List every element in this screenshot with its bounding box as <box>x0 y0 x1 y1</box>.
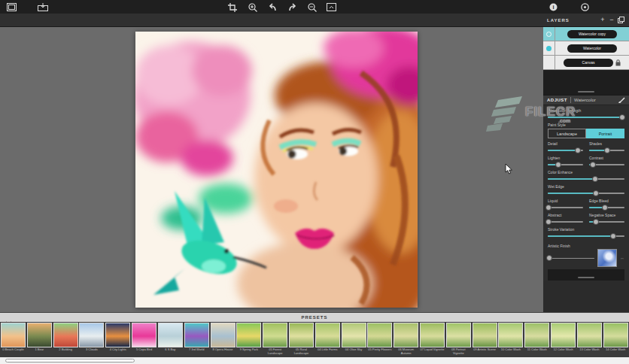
abstract-slider[interactable] <box>548 218 583 225</box>
preset-thumbnail[interactable] <box>1 323 26 347</box>
color-enhance-slider[interactable] <box>548 175 624 182</box>
landscape-button[interactable]: Landscape <box>548 129 586 138</box>
preset-item[interactable]: 05 Rural Landscape <box>289 323 314 357</box>
preset-thumbnail[interactable] <box>315 323 340 347</box>
presets-header-bar[interactable]: PRESETS <box>0 312 629 322</box>
layer-row-watercolor-copy[interactable]: Watercolor copy <box>543 27 629 41</box>
preset-thumbnail[interactable] <box>342 323 366 347</box>
add-layer-icon[interactable]: + <box>598 16 607 25</box>
preset-item[interactable]: 1 Bear <box>27 323 52 357</box>
preset-thumbnail[interactable] <box>158 323 183 347</box>
duplicate-layer-icon[interactable] <box>616 16 625 25</box>
preset-thumbnail[interactable] <box>367 323 392 347</box>
preset-thumbnail[interactable] <box>79 323 104 347</box>
stroke-variation-slider[interactable] <box>548 232 624 239</box>
preset-item[interactable]: 04 Little Farms <box>315 323 340 357</box>
edge-bleed-slider[interactable] <box>589 204 624 211</box>
detail-slider[interactable] <box>548 147 583 153</box>
preset-item[interactable]: 3 Clouds <box>79 323 104 357</box>
info-icon[interactable]: i <box>548 2 558 12</box>
preset-item[interactable]: 05 Forest Landscape <box>263 323 287 357</box>
preset-thumbnail[interactable] <box>498 323 523 347</box>
layer-visibility-toggle[interactable] <box>543 27 555 41</box>
preset-item[interactable]: 13 Color Wash <box>577 323 602 357</box>
preset-thumbnail[interactable] <box>236 323 261 347</box>
layers-title: LAYERS <box>547 18 598 23</box>
preset-item[interactable]: 8 Opera House <box>211 323 235 357</box>
preset-item[interactable]: 0 Beach Couple <box>1 323 26 357</box>
preset-thumbnail[interactable] <box>446 323 471 347</box>
preset-item[interactable]: 5 Copa Bird <box>132 323 156 357</box>
preset-item[interactable]: 6 S Bay <box>158 323 183 357</box>
canvas-workspace[interactable] <box>0 27 543 312</box>
preset-thumbnail[interactable] <box>184 323 209 347</box>
presets-scrollbar[interactable] <box>0 357 629 364</box>
artwork-canvas[interactable] <box>135 32 418 308</box>
presets-scrollbar-thumb[interactable] <box>5 359 135 362</box>
preset-thumbnail[interactable] <box>524 323 549 347</box>
preset-item[interactable]: 2 Building <box>53 323 78 357</box>
preset-thumbnail[interactable] <box>105 323 130 347</box>
preset-thumbnail[interactable] <box>53 323 78 347</box>
preset-item[interactable]: 9 Spring Park <box>236 323 261 357</box>
layer-name-pill[interactable]: Watercolor <box>567 44 617 53</box>
layer-row-canvas[interactable]: Canvas <box>543 56 629 70</box>
preset-item[interactable]: 05 Pretty Flowers <box>367 323 392 357</box>
redo-icon[interactable] <box>287 2 298 12</box>
preset-item[interactable]: 11 Color Wash <box>524 323 549 357</box>
portrait-button[interactable]: Portrait <box>586 129 624 138</box>
artistic-finish-preview[interactable] <box>597 249 617 267</box>
layer-row-watercolor[interactable]: Watercolor <box>543 41 629 56</box>
preset-item[interactable]: 06 Museum Autumn <box>394 323 418 357</box>
layer-name-pill[interactable]: Watercolor copy <box>567 30 617 38</box>
lighten-slider[interactable] <box>548 161 583 168</box>
preset-item[interactable]: 10 Color Wash <box>498 323 523 357</box>
image-icon[interactable] <box>6 2 17 12</box>
panel-scroll-handle[interactable] <box>578 91 594 93</box>
shades-slider[interactable] <box>589 147 624 153</box>
artistic-finish-slider[interactable] <box>548 255 594 262</box>
preset-item[interactable]: 04 Olive Sky <box>342 323 366 357</box>
preset-label: 08 Portrait Vignette <box>446 347 471 355</box>
wet-edge-slider[interactable] <box>548 190 624 196</box>
panel-resize-handle[interactable] <box>578 277 594 278</box>
negative-space-slider[interactable] <box>589 218 624 225</box>
preset-item[interactable]: 7 3rd World <box>184 323 209 357</box>
undo-icon[interactable] <box>267 2 278 12</box>
preset-thumbnail[interactable] <box>551 323 576 347</box>
liquid-slider[interactable] <box>548 204 583 211</box>
fit-screen-icon[interactable] <box>326 2 336 12</box>
preset-thumbnail[interactable] <box>263 323 287 347</box>
contrast-slider[interactable] <box>589 161 624 168</box>
preset-thumbnail[interactable] <box>420 323 445 347</box>
preset-thumbnail[interactable] <box>577 323 602 347</box>
preset-item[interactable]: 14 Color Wash <box>603 323 628 357</box>
remove-layer-icon[interactable]: − <box>607 16 616 25</box>
settings-icon[interactable] <box>579 2 590 12</box>
layer-visibility-toggle[interactable] <box>543 41 555 55</box>
preset-item[interactable]: 12 Color Wash <box>551 323 576 357</box>
preset-thumbnail[interactable] <box>394 323 418 347</box>
crop-icon[interactable] <box>227 2 238 12</box>
watercolor-strength-slider[interactable] <box>548 114 624 120</box>
preset-item[interactable]: 09 Artistic Scene <box>473 323 497 357</box>
preset-thumbnail[interactable] <box>132 323 156 347</box>
preset-item[interactable]: 08 Portrait Vignette <box>446 323 471 357</box>
svg-text:i: i <box>552 4 554 11</box>
zoom-in-icon[interactable] <box>248 2 258 12</box>
preset-thumbnail[interactable] <box>473 323 497 347</box>
preset-thumbnail[interactable] <box>211 323 235 347</box>
import-icon[interactable] <box>38 2 48 12</box>
preset-label: 9 Spring Park <box>236 347 261 352</box>
preset-thumbnail[interactable] <box>289 323 314 347</box>
preset-thumbnail[interactable] <box>27 323 52 347</box>
zoom-out-icon[interactable] <box>307 2 318 12</box>
reset-brush-icon[interactable] <box>618 93 625 107</box>
preset-item[interactable]: 07 Liquid Vignette <box>420 323 445 357</box>
layer-name-pill[interactable]: Canvas <box>564 59 613 67</box>
preset-thumbnail[interactable] <box>603 323 628 347</box>
texture-arrows-icon[interactable]: ↔ <box>620 256 624 260</box>
layer-visibility-toggle[interactable] <box>543 56 555 69</box>
preset-item[interactable]: 4 City Lights <box>105 323 130 357</box>
right-panel: LAYERS + − Watercolor copy Watercolor Ca… <box>543 14 629 312</box>
